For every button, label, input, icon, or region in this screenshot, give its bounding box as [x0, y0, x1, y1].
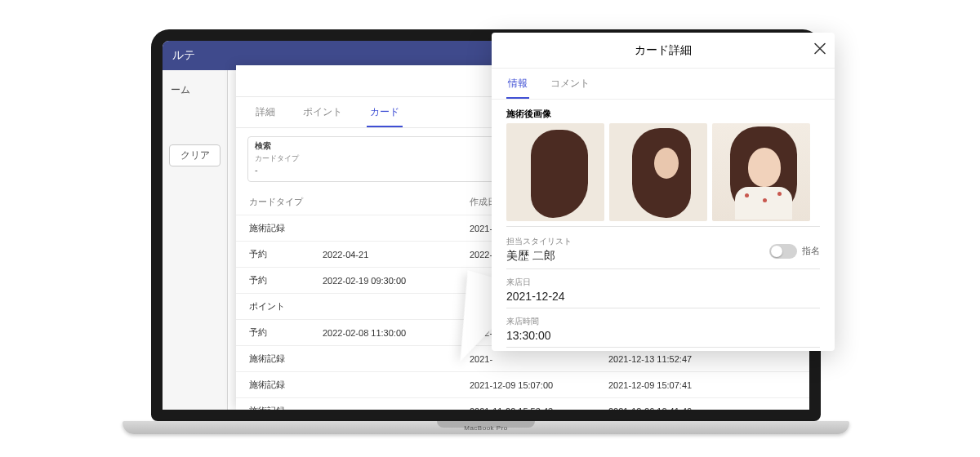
- tab-card[interactable]: カード: [367, 97, 403, 127]
- sidebar-item-home[interactable]: ーム: [163, 78, 227, 102]
- close-icon[interactable]: [813, 42, 826, 59]
- visit-date-label: 来店日: [506, 277, 820, 288]
- cell: 施術記録: [249, 222, 323, 234]
- visit-time-value: 13:30:00: [506, 329, 820, 342]
- visit-time-label: 来店時間: [506, 317, 820, 327]
- tab-detail[interactable]: 詳細: [252, 97, 278, 127]
- modal-title: カード詳細: [635, 43, 692, 58]
- after-photo-3[interactable]: [712, 123, 810, 221]
- modal-tab-comment[interactable]: コメント: [549, 69, 591, 99]
- table-row[interactable]: 施術記録2021-11-22 15:53:432021-12-06 10:41:…: [236, 398, 809, 421]
- laptop-brand: MacBook Pro: [464, 424, 508, 432]
- after-photo-2[interactable]: [609, 123, 707, 221]
- table-row[interactable]: 施術記録2021-12-09 15:07:002021-12-09 15:07:…: [236, 372, 809, 398]
- visit-date-value: 2021-12-24: [506, 290, 820, 303]
- modal-tab-info[interactable]: 情報: [506, 69, 529, 99]
- visit-date-field: 来店日 2021-12-24: [506, 274, 820, 308]
- cell: 2022-02-08 11:30:00: [323, 328, 470, 338]
- photos-section-title: 施術後画像: [506, 108, 820, 120]
- cell: 施術記録: [249, 405, 323, 417]
- cell: 2021-12-09 15:07:00: [470, 380, 608, 390]
- cell: 2022-02-19 09:30:00: [323, 276, 470, 286]
- col-card-type: カードタイプ: [249, 197, 323, 208]
- cell: ポイント: [249, 300, 323, 313]
- visit-time-field: 来店時間 13:30:00: [506, 313, 820, 348]
- card-detail-modal: カード詳細 情報 コメント 施術後画像 担当スタイリスト 美歴 二郎: [492, 33, 835, 351]
- cell: 2021-12-13 11:52:47: [608, 354, 796, 364]
- clear-button[interactable]: クリア: [169, 144, 220, 166]
- cell: 予約: [249, 248, 323, 260]
- photo-row: [506, 123, 820, 227]
- cell: 2021-12-06 10:41:46: [608, 406, 796, 416]
- cell: 2021-12-09 15:07:41: [608, 380, 796, 390]
- cell: 施術記録: [249, 379, 323, 391]
- cell: 2022-04-21: [323, 250, 470, 260]
- toggle-label: 指名: [802, 245, 820, 257]
- tab-point[interactable]: ポイント: [300, 97, 345, 127]
- cell: 予約: [249, 274, 323, 286]
- cell: 2021-11-22 15:53:43: [470, 406, 608, 416]
- modal-tabs: 情報 コメント: [492, 69, 835, 100]
- topbar-title-fragment: ルテ: [172, 48, 195, 63]
- modal-header: カード詳細: [492, 33, 835, 69]
- cell: 施術記録: [249, 353, 323, 365]
- app-sidebar: ーム クリア: [163, 70, 228, 410]
- after-photo-1[interactable]: [506, 123, 604, 221]
- cell: 予約: [249, 326, 323, 339]
- nomination-toggle[interactable]: 指名: [769, 244, 820, 259]
- stylist-field: 担当スタイリスト 美歴 二郎 指名: [506, 233, 820, 269]
- toggle-track: [769, 244, 797, 259]
